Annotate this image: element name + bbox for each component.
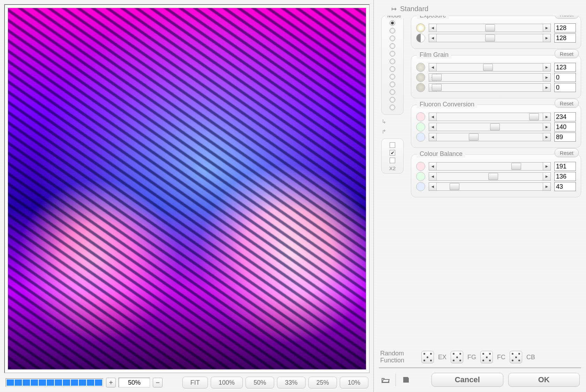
mode-radio-4[interactable] — [390, 51, 395, 56]
random-label-ex: EX — [438, 354, 446, 361]
film-grain-slider-2-thumb[interactable] — [432, 84, 442, 91]
preview-image[interactable] — [8, 8, 366, 370]
fluoron-slider-1[interactable]: ◄► — [429, 123, 551, 131]
exposure-slider-1-right[interactable]: ► — [543, 34, 550, 42]
mode-radio-8[interactable] — [390, 82, 395, 87]
exposure-slider-1-left[interactable]: ◄ — [429, 34, 437, 42]
film-grain-slider-1-right[interactable]: ► — [543, 74, 550, 81]
fluoron-slider-1-left[interactable]: ◄ — [429, 123, 437, 131]
zoom-fit-button[interactable]: FIT — [182, 377, 208, 389]
colour-balance-slider-1[interactable]: ◄► — [429, 172, 551, 181]
zoom-10-button[interactable]: 10% — [340, 377, 368, 389]
fluoron-reset-button[interactable]: Reset — [555, 99, 579, 108]
mode-radio-6[interactable] — [390, 66, 395, 72]
film-grain-slider-1[interactable]: ◄► — [429, 73, 551, 82]
mode-option-group: X2 — [381, 138, 404, 174]
zoom-value[interactable]: 50% — [119, 378, 150, 387]
exposure-slider-1-thumb[interactable] — [485, 35, 495, 42]
open-preset-button[interactable] — [380, 375, 391, 385]
colour-balance-slider-1-left[interactable]: ◄ — [429, 173, 437, 180]
film-grain-reset-button[interactable]: Reset — [555, 49, 579, 58]
cancel-button[interactable]: Cancel — [431, 373, 503, 387]
fluoron-slider-1-thumb[interactable] — [490, 123, 500, 130]
fluoron-slider-2-thumb[interactable] — [469, 134, 479, 141]
mode-radio-1[interactable] — [390, 28, 395, 33]
film-grain-slider-0[interactable]: ◄► — [429, 63, 551, 71]
fluoron-slider-0-thumb[interactable] — [529, 113, 539, 120]
colour-balance-slider-2-right[interactable]: ► — [543, 183, 550, 190]
fluoron-value-2[interactable] — [554, 133, 576, 142]
colour-balance-slider-1-thumb[interactable] — [488, 173, 498, 180]
fluoron-pink-icon — [416, 112, 425, 121]
zoom-out-button[interactable]: − — [153, 378, 163, 387]
colour-balance-slider-2[interactable]: ◄► — [429, 182, 551, 191]
colour-balance-value-1[interactable] — [554, 172, 576, 181]
fluoron-slider-0-left[interactable]: ◄ — [429, 113, 437, 121]
colour-balance-slider-0-thumb[interactable] — [511, 163, 521, 170]
exposure-slider-1[interactable]: ◄► — [429, 34, 551, 42]
exposure-reset-button[interactable]: Reset — [555, 16, 579, 19]
exposure-value-0[interactable] — [554, 23, 576, 32]
zoom-25-button[interactable]: 25% — [308, 377, 337, 389]
preset-arrow-icon: ↦ — [391, 5, 397, 13]
mode-checkbox-2[interactable] — [390, 158, 395, 163]
film-grain-row-2: ◄► — [416, 83, 576, 92]
colour-balance-slider-2-thumb[interactable] — [450, 183, 459, 190]
fluoron-value-0[interactable] — [554, 112, 576, 121]
colour-balance-slider-0-right[interactable]: ► — [543, 163, 550, 170]
mode-radio-0[interactable] — [390, 20, 395, 26]
exposure-slider-0-left[interactable]: ◄ — [429, 24, 437, 32]
colour-balance-slider-0-left[interactable]: ◄ — [429, 163, 437, 170]
folder-open-icon — [381, 376, 390, 383]
zoom-50-button[interactable]: 50% — [246, 377, 274, 389]
film-grain-slider-0-thumb[interactable] — [483, 64, 493, 71]
mode-radio-10[interactable] — [390, 97, 395, 103]
colour-balance-slider-0[interactable]: ◄► — [429, 162, 551, 171]
colour-balance-value-0[interactable] — [554, 162, 576, 171]
mode-radio-3[interactable] — [390, 43, 395, 49]
save-preset-button[interactable] — [401, 375, 411, 385]
fluoron-row-2: ◄► — [416, 133, 576, 142]
fluoron-value-1[interactable] — [554, 122, 576, 131]
ok-button[interactable]: OK — [508, 373, 580, 387]
fluoron-slider-1-right[interactable]: ► — [543, 123, 550, 131]
preset-name[interactable]: Standard — [400, 5, 428, 13]
zoom-33-button[interactable]: 33% — [277, 377, 306, 389]
film-grain-value-0[interactable] — [554, 63, 576, 72]
exposure-slider-0-right[interactable]: ► — [543, 24, 550, 32]
mode-radio-7[interactable] — [390, 74, 395, 80]
film-grain-slider-0-right[interactable]: ► — [543, 63, 550, 71]
colour-balance-value-2[interactable] — [554, 182, 576, 191]
film-grain-value-2[interactable] — [554, 83, 576, 92]
fluoron-slider-2-left[interactable]: ◄ — [429, 133, 437, 141]
exposure-value-1[interactable] — [554, 33, 576, 43]
film-grain-grain3-icon — [416, 83, 425, 92]
zoom-in-button[interactable]: + — [106, 378, 116, 387]
fluoron-slider-0-right[interactable]: ► — [543, 113, 550, 121]
colour-balance-reset-button[interactable]: Reset — [555, 148, 579, 157]
exposure-slider-0-thumb[interactable] — [485, 24, 495, 31]
colour-balance-slider-2-left[interactable]: ◄ — [429, 183, 437, 190]
fluoron-slider-0[interactable]: ◄► — [429, 113, 551, 121]
colour-balance-slider-1-right[interactable]: ► — [543, 173, 550, 180]
random-dice-fc[interactable] — [480, 351, 493, 363]
mode-link-out-icon: ↱ — [379, 128, 386, 135]
film-grain-slider-2-right[interactable]: ► — [543, 84, 550, 91]
mode-radio-5[interactable] — [390, 59, 395, 64]
mode-radio-11[interactable] — [390, 105, 395, 110]
exposure-slider-0[interactable]: ◄► — [429, 24, 551, 32]
random-dice-ex[interactable] — [421, 351, 434, 363]
mode-checkbox-0[interactable] — [390, 142, 395, 148]
mode-radio-2[interactable] — [390, 36, 395, 41]
zoom-100-button[interactable]: 100% — [211, 377, 243, 389]
film-grain-slider-2[interactable]: ◄► — [429, 83, 551, 92]
random-dice-cb[interactable] — [510, 351, 522, 363]
fluoron-slider-2[interactable]: ◄► — [429, 133, 551, 141]
mode-radio-9[interactable] — [390, 89, 395, 95]
film-grain-slider-1-thumb[interactable] — [432, 74, 442, 81]
film-grain-value-1[interactable] — [554, 73, 576, 82]
fluoron-slider-2-right[interactable]: ► — [543, 133, 550, 141]
random-dice-fg[interactable] — [451, 351, 463, 363]
mode-checkbox-1[interactable] — [390, 150, 395, 156]
film-grain-slider-0-left[interactable]: ◄ — [429, 63, 437, 71]
